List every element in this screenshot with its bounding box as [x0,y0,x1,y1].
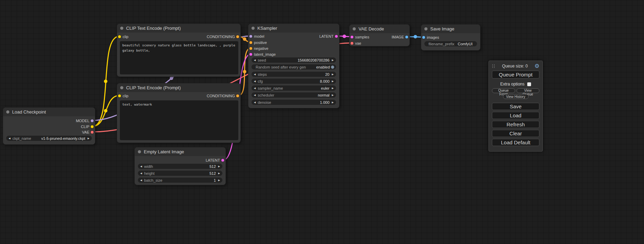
right-arrow-icon[interactable]: ▶ [330,100,335,105]
widget-value: 512 [210,164,216,169]
left-arrow-icon[interactable]: ◀ [253,57,257,63]
queue-prompt-button[interactable]: Queue Prompt [492,71,539,79]
right-arrow-icon[interactable]: ▶ [330,79,335,84]
conditioning-output-port[interactable] [236,94,239,98]
node-save-image[interactable]: Save Image images filename_prefix ComfyU… [421,24,480,51]
node-title-bar[interactable]: CLIP Text Encode (Prompt) [117,83,240,92]
vae-input-port[interactable] [350,42,354,45]
collapse-dot-icon[interactable] [252,27,255,30]
right-arrow-icon[interactable]: ▶ [86,136,91,141]
node-clip-text-encode-negative[interactable]: CLIP Text Encode (Prompt) clip CONDITION… [117,83,241,143]
clear-button[interactable]: Clear [492,130,539,137]
left-arrow-icon[interactable]: ◀ [139,178,143,183]
extra-options-checkbox[interactable] [527,82,531,86]
filename-prefix-widget[interactable]: filename_prefix ComfyUI [424,41,477,46]
left-arrow-icon[interactable]: ◀ [7,136,12,141]
steps-widget[interactable]: ◀ steps 20 ▶ [252,72,336,77]
left-arrow-icon[interactable]: ◀ [139,171,143,176]
width-widget[interactable]: ◀ width 512 ▶ [138,164,222,169]
right-arrow-icon[interactable]: ▶ [217,164,221,169]
right-arrow-icon[interactable]: ▶ [217,178,221,183]
node-title-bar[interactable]: VAE Decode [350,25,409,33]
toggle-dot-icon[interactable] [331,65,334,69]
collapse-dot-icon[interactable] [120,27,123,30]
sampler-name-widget[interactable]: ◀ sampler_name euler ▶ [252,85,336,91]
node-load-checkpoint[interactable]: Load Checkpoint MODEL CLIP VAE ◀ ckpt_na… [3,107,95,145]
drag-handle-icon[interactable] [492,64,495,68]
save-button[interactable]: Save [492,103,539,110]
input-label-latent-image: latent_image [254,52,276,56]
node-title-bar[interactable]: Empty Latent Image [135,147,226,156]
latent-output-port[interactable] [221,159,224,162]
seed-widget[interactable]: ◀ seed 156680208700286 ▶ [252,57,336,63]
image-output-port[interactable] [405,35,408,39]
output-label-vae: VAE [82,130,89,134]
refresh-button[interactable]: Refresh [492,121,539,128]
widget-value: 8.000 [320,79,329,83]
node-title-bar[interactable]: CLIP Text Encode (Prompt) [117,24,240,33]
node-ksampler[interactable]: KSampler model LATENT positive negative … [248,24,339,108]
cfg-widget[interactable]: ◀ cfg 8.000 ▶ [252,79,336,84]
widget-label: seed [258,58,266,62]
node-title-bar[interactable]: KSampler [248,24,339,33]
collapse-dot-icon[interactable] [138,150,141,153]
scheduler-widget[interactable]: ◀ scheduler normal ▶ [252,92,336,98]
images-input-port[interactable] [422,36,425,39]
node-title-bar[interactable]: Save Image [421,25,480,33]
right-arrow-icon[interactable]: ▶ [217,171,221,176]
view-queue-button[interactable]: View Queue [517,88,540,93]
random-seed-toggle-widget[interactable]: Random seed after every gen enabled [252,64,336,70]
positive-input-port[interactable] [249,41,253,44]
widget-label: filename_prefix [429,42,455,46]
widget-label: scheduler [258,93,274,97]
view-history-button[interactable]: View History [503,94,529,99]
collapse-dot-icon[interactable] [120,86,123,89]
right-arrow-icon[interactable]: ▶ [330,57,335,63]
latent-output-port[interactable] [335,35,338,38]
negative-prompt-textarea[interactable]: text, watermark [120,100,238,140]
load-button[interactable]: Load [492,112,539,119]
left-arrow-icon[interactable]: ◀ [139,164,143,169]
collapse-dot-icon[interactable] [6,110,9,114]
left-arrow-icon[interactable]: ◀ [253,79,257,84]
settings-gear-icon[interactable]: ⚙ [535,63,539,69]
latent-image-input-port[interactable] [249,53,253,56]
input-label-images: images [427,35,439,39]
ckpt-name-widget[interactable]: ◀ ckpt_name v1-5-pruned-emaonly.ckpt ▶ [6,136,92,141]
widget-label: width [144,164,153,169]
widget-value: enabled [316,65,330,69]
vae-output-port[interactable] [90,130,94,134]
collapse-dot-icon[interactable] [353,27,356,30]
positive-prompt-textarea[interactable]: beautiful scenery nature glass bottle la… [120,41,238,74]
node-title-label: Save Image [430,26,454,31]
load-default-button[interactable]: Load Default [492,139,539,146]
model-output-port[interactable] [90,119,94,123]
queue-front-button[interactable]: Queue Front [492,88,515,93]
widget-value: 1 [214,178,216,182]
right-arrow-icon[interactable]: ▶ [330,85,335,91]
negative-input-port[interactable] [249,47,253,50]
node-graph-canvas[interactable]: Load Checkpoint MODEL CLIP VAE ◀ ckpt_na… [0,0,644,244]
left-arrow-icon[interactable]: ◀ [253,92,257,98]
node-title-bar[interactable]: Load Checkpoint [3,108,95,116]
node-title-label: CLIP Text Encode (Prompt) [126,85,181,90]
wire-midpoint-dot [343,35,346,38]
denoise-widget[interactable]: ◀ denoise 1.000 ▶ [252,100,336,105]
node-title-label: CLIP Text Encode (Prompt) [126,26,181,31]
left-arrow-icon[interactable]: ◀ [253,72,257,77]
left-arrow-icon[interactable]: ◀ [253,100,257,105]
widget-value: 20 [325,72,329,76]
batch-size-widget[interactable]: ◀ batch_size 1 ▶ [138,178,222,183]
height-widget[interactable]: ◀ height 512 ▶ [138,171,222,176]
right-arrow-icon[interactable]: ▶ [330,92,335,98]
output-label-image: IMAGE [392,35,404,39]
left-arrow-icon[interactable]: ◀ [253,85,257,91]
output-label-conditioning: CONDITIONING [207,35,235,39]
node-clip-text-encode-positive[interactable]: CLIP Text Encode (Prompt) clip CONDITION… [117,24,241,77]
collapse-dot-icon[interactable] [424,27,427,30]
right-arrow-icon[interactable]: ▶ [330,72,335,77]
node-empty-latent-image[interactable]: Empty Latent Image LATENT ◀ width 512 ▶ … [134,147,226,185]
node-vae-decode[interactable]: VAE Decode samples IMAGE vae [349,24,410,46]
clip-output-port[interactable] [90,125,94,128]
conditioning-output-port[interactable] [236,35,239,38]
